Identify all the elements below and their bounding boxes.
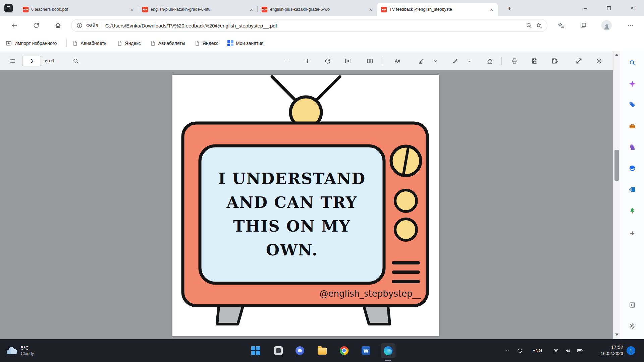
highlight-options-chevron-icon[interactable] <box>432 56 439 66</box>
favorites-button[interactable] <box>555 20 567 31</box>
fit-to-width-button[interactable] <box>342 56 353 66</box>
scroll-down-icon[interactable] <box>615 334 619 336</box>
scrollbar-thumb[interactable] <box>614 150 619 181</box>
page-view-button[interactable] <box>365 56 375 66</box>
pdf-search-button[interactable] <box>70 56 81 66</box>
workspaces-icon[interactable] <box>4 4 13 12</box>
eraser-icon <box>486 58 493 64</box>
tab-student-book[interactable]: PDF english-plus-kazakh-grade-6-stu × <box>138 3 258 16</box>
draw-options-chevron-icon[interactable] <box>466 56 472 66</box>
active-app-indicator <box>385 360 391 361</box>
task-view-button[interactable] <box>271 343 286 358</box>
minimize-button[interactable]: ─ <box>574 0 597 16</box>
new-tab-button[interactable]: + <box>505 4 514 13</box>
word-button[interactable]: W <box>359 343 373 358</box>
page-info-icon[interactable] <box>76 22 83 29</box>
zoom-in-button[interactable] <box>302 56 313 66</box>
bookmark-page-icon <box>194 40 200 46</box>
tv-speaker-line <box>392 280 420 283</box>
start-button[interactable] <box>248 343 263 358</box>
page-number-input[interactable] <box>22 56 41 66</box>
rotate-button[interactable] <box>322 56 333 66</box>
print-button[interactable] <box>509 56 520 66</box>
scroll-up-icon[interactable] <box>615 54 619 56</box>
tab-tv-feedback-active[interactable]: PDF TV feedback @english_stepbyste × <box>377 3 498 16</box>
sidebar-toolbox-button[interactable] <box>626 119 639 133</box>
chat-app-button[interactable] <box>292 343 307 358</box>
address-separator <box>102 22 102 29</box>
profile-avatar[interactable] <box>601 20 612 31</box>
add-favorite-icon[interactable] <box>536 22 542 29</box>
tab-strip: PDF 6 teachers book.pdf × PDF english-pl… <box>0 0 644 16</box>
save-as-button[interactable] <box>549 56 560 66</box>
refresh-icon <box>33 22 40 29</box>
collections-icon <box>580 22 587 29</box>
search-icon <box>72 58 79 64</box>
sidebar-games-button[interactable]: ♞ <box>626 140 639 154</box>
home-button[interactable] <box>52 20 64 31</box>
tab-close-icon[interactable]: × <box>368 7 374 12</box>
close-button[interactable]: × <box>621 0 644 16</box>
highlight-button[interactable] <box>416 56 427 66</box>
collections-button[interactable] <box>578 20 589 31</box>
toc-button[interactable] <box>7 56 18 66</box>
language-indicator[interactable]: ENG <box>529 348 545 353</box>
maximize-button[interactable] <box>597 0 621 16</box>
sidebar-shopping-button[interactable] <box>626 98 639 111</box>
bookmark-yandex-2[interactable]: Яндекс <box>194 40 218 46</box>
rotate-icon <box>324 58 331 64</box>
battery-button[interactable] <box>574 345 586 357</box>
refresh-button[interactable] <box>31 20 42 31</box>
fullscreen-button[interactable] <box>574 56 584 66</box>
weather-widget[interactable]: 5°C Cloudy <box>6 339 34 362</box>
bookmark-page-icon <box>72 40 78 46</box>
tab-close-icon[interactable]: × <box>489 7 494 12</box>
zoom-indicator-icon[interactable] <box>526 22 532 29</box>
zoom-out-button[interactable] <box>282 56 293 66</box>
pdf-settings-button[interactable] <box>594 56 604 66</box>
sidebar-copilot-button[interactable] <box>626 77 639 90</box>
back-button[interactable] <box>9 20 20 31</box>
printer-icon <box>511 58 518 64</box>
file-explorer-button[interactable] <box>315 343 329 358</box>
draw-button[interactable] <box>450 56 461 66</box>
address-bar[interactable]: Файл C:/Users/Evrika/Downloads/TV%20feed… <box>71 19 547 32</box>
tab-close-icon[interactable]: × <box>129 7 135 12</box>
bookmark-moi-zanyatiya[interactable]: Мои занятия <box>227 40 264 46</box>
m365-icon <box>629 165 636 172</box>
tab-teachers-book[interactable]: PDF 6 teachers book.pdf × <box>19 3 138 16</box>
volume-button[interactable] <box>562 345 574 357</box>
open-in-sidebar-button[interactable] <box>626 298 639 312</box>
tab-title: 6 teachers book.pdf <box>31 7 126 12</box>
clock-widget[interactable]: 17:52 16.02.2023 <box>588 345 623 356</box>
open-panel-icon <box>629 302 636 308</box>
notification-badge[interactable]: 1 <box>627 346 635 355</box>
save-button[interactable] <box>529 56 540 66</box>
sidebar-m365-button[interactable] <box>626 162 639 175</box>
sidebar-add-button[interactable]: + <box>626 227 639 240</box>
browser-menu-button[interactable] <box>625 20 636 31</box>
sidebar-grow-button[interactable] <box>626 204 639 217</box>
erase-button[interactable] <box>484 56 495 66</box>
tray-sync-button[interactable] <box>514 345 525 357</box>
table-of-contents-icon <box>9 58 16 64</box>
sidebar-search-button[interactable] <box>626 56 639 69</box>
chrome-button[interactable] <box>337 343 352 358</box>
sidebar-outlook-button[interactable] <box>626 183 639 196</box>
edge-button[interactable] <box>381 343 395 358</box>
vertical-scrollbar[interactable] <box>613 51 620 339</box>
plus-icon: + <box>630 229 635 237</box>
bookmark-aviabilety-2[interactable]: Авиабилеты <box>150 40 185 46</box>
read-aloud-button[interactable] <box>392 56 402 66</box>
tab-close-icon[interactable]: × <box>249 7 254 12</box>
sidebar-settings-button[interactable] <box>626 319 639 333</box>
plus-icon <box>304 58 311 64</box>
tray-overflow-button[interactable] <box>502 345 513 357</box>
minus-icon <box>284 58 291 64</box>
tab-workbook[interactable]: PDF english-plus-kazakh-grade-6-wo × <box>258 3 377 16</box>
bookmark-yandex-1[interactable]: Яндекс <box>117 40 141 46</box>
import-favorites-button[interactable]: Импорт избранного <box>5 40 57 47</box>
bookmark-aviabilety-1[interactable]: Авиабилеты <box>72 40 107 46</box>
wifi-button[interactable] <box>550 345 561 357</box>
pdf-viewer-area: I understand and can try this on my own.… <box>0 70 613 339</box>
